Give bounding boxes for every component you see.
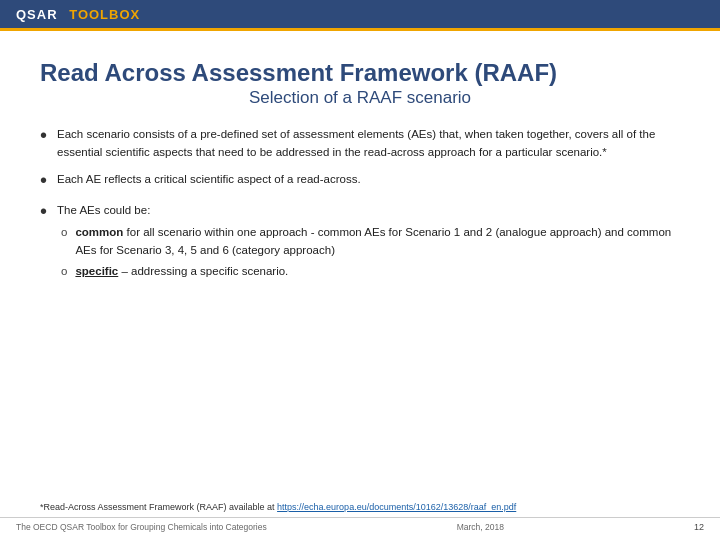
sub-bullet-o-1: o: [61, 224, 67, 242]
sub-bullet-o-2: o: [61, 263, 67, 281]
top-bar: QSAR TOOLBOX: [0, 0, 720, 28]
sub-bullet-specific-sep: –: [118, 265, 131, 277]
bullet-text-1: Each scenario consists of a pre-defined …: [57, 126, 680, 162]
footer-note-prefix: *Read-Across Assessment Framework (RAAF)…: [40, 502, 277, 512]
footer-bottom: The OECD QSAR Toolbox for Grouping Chemi…: [0, 517, 720, 532]
page-number: 12: [694, 522, 704, 532]
label-common: common: [75, 226, 123, 238]
bullet-item-3: • The AEs could be: o common for all sce…: [40, 202, 680, 283]
bullet-dot-1: •: [40, 124, 47, 147]
footer-note: *Read-Across Assessment Framework (RAAF)…: [40, 502, 680, 512]
logo-area: QSAR TOOLBOX: [16, 7, 140, 22]
title-wrapper: Read Across Assessment Framework (RAAF) …: [40, 59, 680, 108]
sub-bullet-specific: o specific – addressing a specific scena…: [61, 263, 680, 281]
page-title-main: Read Across Assessment Framework (RAAF): [40, 59, 680, 88]
logo-toolbox: TOOLBOX: [69, 7, 140, 22]
sub-bullet-common-text: for all scenario within one approach - c…: [75, 226, 671, 256]
logo-qsar: QSAR: [16, 7, 58, 22]
footer-left: The OECD QSAR Toolbox for Grouping Chemi…: [16, 522, 267, 532]
bullet-item-2: • Each AE reflects a critical scientific…: [40, 171, 680, 192]
footer-center: March, 2018: [457, 522, 504, 532]
bullet-dot-2: •: [40, 169, 47, 192]
label-specific: specific: [75, 265, 118, 277]
sub-bullet-text-specific: specific – addressing a specific scenari…: [75, 263, 288, 281]
sub-bullets: o common for all scenario within one app…: [61, 224, 680, 280]
sub-bullet-common: o common for all scenario within one app…: [61, 224, 680, 260]
bullet-text-2: Each AE reflects a critical scientific a…: [57, 171, 361, 189]
bullet-item-1: • Each scenario consists of a pre-define…: [40, 126, 680, 162]
bullet-dot-3: •: [40, 200, 47, 223]
bullet-text-3: The AEs could be: o common for all scena…: [57, 202, 680, 283]
footer-link[interactable]: https://echa.europa.eu/documents/10162/1…: [277, 502, 516, 512]
sub-bullet-specific-text: addressing a specific scenario.: [131, 265, 288, 277]
main-content: Read Across Assessment Framework (RAAF) …: [0, 31, 720, 310]
bullet3-intro: The AEs could be:: [57, 204, 150, 216]
page-title-sub: Selection of a RAAF scenario: [40, 88, 680, 108]
sub-bullet-text-common: common for all scenario within one appro…: [75, 224, 680, 260]
